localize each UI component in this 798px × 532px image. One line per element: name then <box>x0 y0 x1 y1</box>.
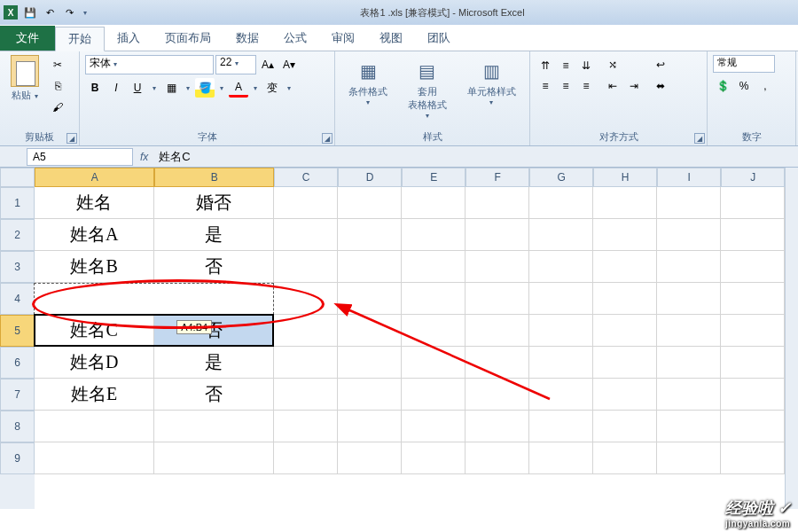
chevron-down-icon[interactable]: ▾ <box>284 84 294 92</box>
cell[interactable] <box>529 251 593 283</box>
chevron-down-icon[interactable]: ▾ <box>149 84 160 92</box>
cell[interactable] <box>402 347 466 379</box>
cell[interactable] <box>338 283 402 315</box>
cell[interactable] <box>338 187 402 219</box>
cell[interactable] <box>657 251 721 283</box>
col-header[interactable]: F <box>466 168 529 187</box>
cell[interactable] <box>593 219 657 251</box>
col-header[interactable]: I <box>657 168 721 187</box>
font-dialog-launcher[interactable]: ◢ <box>322 133 332 144</box>
cell[interactable] <box>593 379 657 411</box>
bold-button[interactable]: B <box>85 78 105 98</box>
name-box[interactable]: A5 <box>27 148 133 166</box>
row-header[interactable]: 4 <box>0 283 35 315</box>
col-header[interactable]: J <box>721 168 785 187</box>
align-bottom-icon[interactable]: ⇊ <box>576 56 596 75</box>
shrink-font-icon[interactable]: A▾ <box>279 55 299 74</box>
cell[interactable] <box>154 442 274 474</box>
cell[interactable] <box>274 347 338 379</box>
cell[interactable] <box>529 411 593 442</box>
cell[interactable] <box>721 219 785 251</box>
tab-layout[interactable]: 页面布局 <box>153 26 223 51</box>
cell[interactable] <box>274 219 338 251</box>
cell[interactable] <box>657 315 721 347</box>
tab-file[interactable]: 文件 <box>0 26 55 51</box>
wrap-text-icon[interactable]: ↩ <box>651 55 670 74</box>
tab-insert[interactable]: 插入 <box>105 26 153 51</box>
cell[interactable] <box>721 315 785 347</box>
format-painter-icon[interactable]: 🖌 <box>48 98 67 117</box>
chevron-down-icon[interactable]: ▾ <box>35 92 38 100</box>
copy-icon[interactable]: ⎘ <box>48 76 67 96</box>
chevron-down-icon[interactable]: ▾ <box>216 84 227 92</box>
tab-team[interactable]: 团队 <box>415 26 463 51</box>
cell[interactable] <box>466 347 529 379</box>
cell[interactable] <box>35 411 154 442</box>
cell[interactable] <box>657 347 721 379</box>
cell[interactable] <box>593 283 657 315</box>
percent-icon[interactable]: % <box>734 76 754 96</box>
cell[interactable] <box>274 283 338 315</box>
chevron-down-icon[interactable]: ▾ <box>183 84 193 92</box>
col-header[interactable]: A <box>35 168 154 187</box>
tab-home[interactable]: 开始 <box>55 27 105 51</box>
cell[interactable] <box>529 315 593 347</box>
clipboard-dialog-launcher[interactable]: ◢ <box>66 133 77 144</box>
row-header[interactable]: 1 <box>0 187 35 219</box>
cell[interactable] <box>402 442 466 474</box>
cut-icon[interactable]: ✂ <box>48 55 67 74</box>
cell[interactable] <box>466 411 529 442</box>
cell[interactable] <box>338 442 402 474</box>
cell[interactable] <box>466 219 529 251</box>
row-header[interactable]: 8 <box>0 411 35 442</box>
cell[interactable] <box>721 411 785 442</box>
cell[interactable] <box>274 315 338 347</box>
cell[interactable] <box>593 347 657 379</box>
cell[interactable] <box>402 187 466 219</box>
save-icon[interactable]: 💾 <box>21 4 39 21</box>
cell[interactable] <box>402 315 466 347</box>
underline-button[interactable]: U <box>128 78 147 98</box>
col-header[interactable]: D <box>338 168 402 187</box>
orientation-icon[interactable]: ⤭ <box>603 55 622 74</box>
cell[interactable]: 姓名E <box>35 379 154 411</box>
table-format-button[interactable]: ▤ 套用 表格格式▾ <box>404 55 450 121</box>
cell[interactable]: 否 <box>154 379 274 411</box>
cell[interactable] <box>721 283 785 315</box>
cell[interactable]: 姓名A <box>35 219 154 251</box>
italic-button[interactable]: I <box>106 78 126 98</box>
cell[interactable] <box>274 411 338 442</box>
conditional-format-button[interactable]: ▦ 条件格式▾ <box>345 55 391 108</box>
cell[interactable] <box>338 219 402 251</box>
cell[interactable]: 是 <box>154 347 274 379</box>
tab-data[interactable]: 数据 <box>223 26 271 51</box>
cell[interactable] <box>154 283 274 315</box>
cell[interactable] <box>657 219 721 251</box>
cell[interactable] <box>466 442 529 474</box>
cell[interactable] <box>721 442 785 474</box>
row-header[interactable]: 2 <box>0 219 35 251</box>
cell[interactable] <box>593 411 657 442</box>
cell[interactable] <box>154 411 274 442</box>
cell[interactable] <box>657 411 721 442</box>
cell[interactable]: 否 <box>154 315 274 347</box>
cell[interactable] <box>274 187 338 219</box>
cell[interactable]: 婚否 <box>154 187 274 219</box>
col-header[interactable]: C <box>274 168 338 187</box>
qat-dropdown-icon[interactable]: ▾ <box>80 4 90 21</box>
select-all-corner[interactable] <box>0 168 35 187</box>
number-format-select[interactable]: 常规 <box>713 55 775 73</box>
cell[interactable] <box>35 442 154 474</box>
tab-formula[interactable]: 公式 <box>271 26 319 51</box>
border-icon[interactable]: ▦ <box>161 78 181 98</box>
font-name-select[interactable]: 宋体 ▾ <box>85 55 214 74</box>
cell[interactable] <box>402 411 466 442</box>
currency-icon[interactable]: 💲 <box>713 76 732 96</box>
fill-color-icon[interactable]: 🪣 <box>195 78 215 98</box>
row-header[interactable]: 3 <box>0 251 35 283</box>
row-header[interactable]: 6 <box>0 347 35 379</box>
grow-font-icon[interactable]: A▴ <box>258 55 278 74</box>
cell-style-button[interactable]: ▥ 单元格样式▾ <box>464 55 520 108</box>
formula-input[interactable]: 姓名C <box>155 149 798 165</box>
col-header[interactable]: E <box>402 168 466 187</box>
